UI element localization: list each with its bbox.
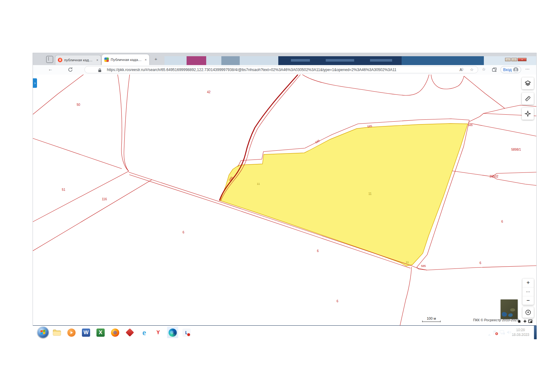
pan-mode-icon[interactable] bbox=[523, 319, 527, 323]
show-desktop-button[interactable] bbox=[534, 326, 537, 339]
taskbar-firefox-button[interactable] bbox=[109, 327, 121, 338]
parcel-label: 42 bbox=[207, 90, 210, 94]
parcel-label: 6 bbox=[182, 231, 184, 234]
zoom-controls: + ⋯ − bbox=[522, 279, 534, 305]
parcel-label: 50 bbox=[77, 103, 80, 106]
parcel-label: 11 bbox=[257, 182, 260, 185]
tray-time: 10:29 bbox=[510, 327, 531, 332]
read-aloud-paren: ) bbox=[462, 68, 463, 71]
background-window-block bbox=[278, 56, 402, 65]
action-center-flag-icon[interactable] bbox=[493, 330, 498, 336]
avatar-icon bbox=[513, 67, 518, 72]
sign-in-label: Вход bbox=[503, 68, 512, 72]
background-window-strip: – □ × bbox=[164, 56, 536, 65]
parcel-label: 5898/1 bbox=[511, 148, 521, 151]
sync-app-icon: L bbox=[182, 329, 191, 337]
minimize-button[interactable]: – bbox=[505, 58, 511, 61]
internet-explorer-icon: e bbox=[142, 328, 146, 337]
new-tab-button[interactable]: + bbox=[153, 56, 159, 62]
background-window-block bbox=[221, 56, 240, 65]
read-aloud-icon[interactable]: A) bbox=[459, 68, 463, 72]
lock-icon[interactable] bbox=[98, 68, 102, 74]
zoom-out-button[interactable]: − bbox=[522, 296, 534, 305]
language-indicator[interactable]: RU bbox=[478, 330, 484, 344]
browser-window: Я публичная кадастровая карта - × Публич… bbox=[33, 53, 536, 325]
locate-compass-icon bbox=[525, 309, 532, 316]
more-menu-icon[interactable]: ⋯ bbox=[525, 66, 530, 71]
map-canvas[interactable] bbox=[33, 75, 536, 325]
scale-label: 100 м bbox=[422, 317, 441, 320]
measure-button[interactable] bbox=[522, 93, 534, 105]
minimap-water bbox=[508, 313, 513, 317]
tab-cadastral-map-active[interactable]: Публичная кадастровая карта × bbox=[102, 54, 149, 65]
parcel-label: 6 bbox=[501, 220, 503, 223]
start-button[interactable] bbox=[37, 327, 49, 338]
open-panel-chevron-button[interactable]: › bbox=[33, 78, 37, 88]
background-window-block bbox=[187, 56, 206, 65]
maximize-button[interactable]: □ bbox=[511, 58, 517, 61]
overview-minimap[interactable] bbox=[501, 299, 518, 319]
tab-actions-icon[interactable] bbox=[46, 56, 53, 63]
background-window-block bbox=[402, 56, 484, 65]
tray-date: 18.08.2023 bbox=[510, 332, 531, 337]
taskbar-internet-explorer-button[interactable]: e bbox=[139, 327, 150, 338]
taskbar-red-diamond-button[interactable] bbox=[124, 327, 135, 338]
taskbar-yandex-browser-button[interactable]: Y bbox=[152, 327, 164, 338]
minimap-terrain bbox=[510, 308, 515, 311]
browser-toolbar: ← https://pkk.rosreestr.ru/#/search/65.6… bbox=[33, 65, 536, 75]
parcel-label: 11 bbox=[406, 261, 409, 264]
map-attribution: ПКК © Росреестр 2010-2023 bbox=[473, 318, 519, 322]
coordinates-button[interactable] bbox=[522, 108, 534, 120]
firefox-icon bbox=[111, 329, 119, 337]
taskbar-media-player-button[interactable] bbox=[66, 327, 77, 338]
layers-icon bbox=[524, 80, 531, 87]
excel-icon: X bbox=[96, 329, 105, 337]
back-icon[interactable]: ← bbox=[48, 66, 53, 72]
scale-bar bbox=[422, 322, 441, 322]
taskbar-edge-button[interactable] bbox=[167, 327, 178, 338]
background-window-text bbox=[370, 59, 392, 62]
compass-star-icon bbox=[524, 110, 531, 117]
tab-close-icon[interactable]: × bbox=[145, 58, 147, 62]
windows-logo-icon bbox=[40, 330, 46, 335]
url-text: https://pkk.rosreestr.ru/#/search/65.649… bbox=[107, 68, 455, 72]
show-hidden-icons-arrow[interactable] bbox=[488, 331, 491, 337]
add-favorite-star-icon[interactable]: ☆ bbox=[470, 67, 474, 72]
collections-icon[interactable] bbox=[492, 68, 497, 73]
parcel-label: 6 bbox=[479, 261, 481, 265]
tab-cadastral-search[interactable]: Я публичная кадастровая карта - × bbox=[55, 55, 101, 65]
media-player-icon bbox=[67, 329, 76, 337]
tab-close-icon[interactable]: × bbox=[96, 58, 98, 62]
parcel-label: 116 bbox=[102, 197, 107, 201]
favorites-bar-icon[interactable]: ☆ bbox=[482, 67, 486, 72]
close-button[interactable]: × bbox=[518, 58, 527, 61]
layers-button[interactable] bbox=[522, 77, 534, 89]
taskbar-sync-app-button[interactable]: L bbox=[181, 327, 192, 338]
parcel-label: 585 bbox=[421, 264, 426, 268]
tab-title: публичная кадастровая карта - bbox=[64, 58, 95, 62]
cadastral-map[interactable]: 42 50 51 116 585 585 585 585 585 5898/1 … bbox=[33, 75, 536, 325]
zoom-more-button[interactable]: ⋯ bbox=[522, 287, 534, 296]
tray-clock[interactable]: 10:29 18.08.2023 bbox=[510, 327, 531, 337]
taskbar-word-button[interactable]: W bbox=[80, 327, 92, 338]
home-extent-icon[interactable] bbox=[517, 319, 521, 323]
fullscreen-icon[interactable] bbox=[528, 319, 533, 323]
refresh-icon[interactable] bbox=[68, 67, 73, 74]
zoom-in-button[interactable]: + bbox=[522, 279, 534, 287]
address-bar[interactable]: https://pkk.rosreestr.ru/#/search/65.649… bbox=[84, 66, 478, 73]
taskbar-excel-button[interactable]: X bbox=[95, 327, 106, 338]
taskbar-explorer-button[interactable] bbox=[51, 327, 63, 338]
background-window-text bbox=[326, 59, 354, 62]
edge-icon bbox=[169, 329, 177, 337]
network-icon[interactable] bbox=[500, 330, 505, 336]
minimap-water bbox=[502, 312, 507, 317]
word-icon: W bbox=[82, 329, 90, 337]
sign-in-button[interactable]: Вход bbox=[500, 66, 521, 73]
locate-me-button[interactable] bbox=[522, 307, 534, 318]
tab-strip: Я публичная кадастровая карта - × Публич… bbox=[33, 53, 536, 65]
parcel-label: 6 bbox=[336, 299, 338, 303]
parcel-label: 585 bbox=[468, 124, 472, 127]
parcel-label: 51 bbox=[62, 188, 65, 191]
background-window-text bbox=[291, 59, 310, 62]
desktop: Я публичная кадастровая карта - × Публич… bbox=[0, 0, 555, 392]
